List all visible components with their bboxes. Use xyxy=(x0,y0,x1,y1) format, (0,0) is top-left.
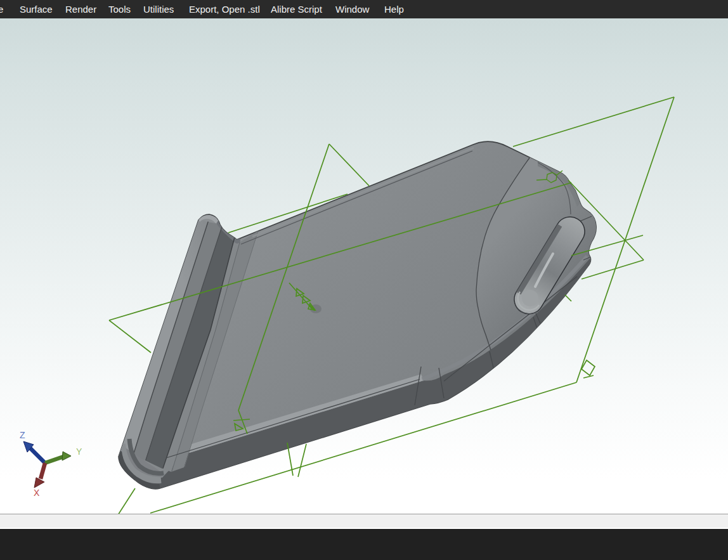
svg-text:Y: Y xyxy=(76,446,82,457)
svg-text:Z: Z xyxy=(20,430,25,440)
svg-text:X: X xyxy=(34,488,40,498)
